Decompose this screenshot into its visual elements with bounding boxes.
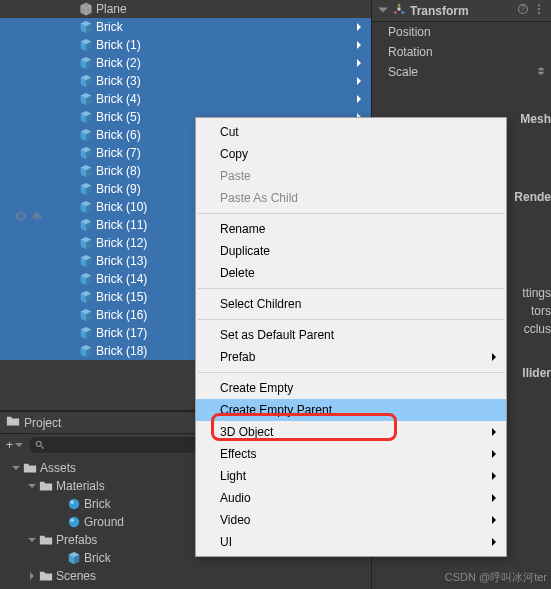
menu-separator [198,288,504,289]
transform-header[interactable]: Transform ? [372,0,551,22]
hierarchy-item[interactable]: Plane [0,0,371,18]
prefab-icon [78,145,94,161]
item-label: Ground [84,515,124,529]
item-label: Brick (8) [96,164,141,178]
component-stub: llider [522,362,551,384]
item-label: Brick (15) [96,290,147,304]
menu-item[interactable]: Select Children [196,293,506,315]
menu-item[interactable]: Video [196,509,506,531]
item-label: Brick (17) [96,326,147,340]
chevron-right-icon [490,469,498,483]
prefab-icon [78,163,94,179]
chevron-right-icon [490,425,498,439]
chevron-right-icon [490,447,498,461]
item-label: Brick (18) [96,344,147,358]
menu-item[interactable]: Create Empty Parent [196,399,506,421]
hierarchy-item[interactable]: Brick [0,18,371,36]
folder-icon [22,461,38,475]
menu-label: Set as Default Parent [220,328,334,342]
chevron-right-icon[interactable] [353,39,365,51]
menu-item: Paste As Child [196,187,506,209]
menu-label: Paste As Child [220,191,298,205]
item-label: Scenes [56,569,96,583]
chevron-right-icon[interactable] [353,93,365,105]
menu-separator [198,319,504,320]
material-icon [66,497,82,511]
svg-point-5 [397,7,401,11]
menu-item[interactable]: Create Empty [196,377,506,399]
chevron-right-icon[interactable] [353,75,365,87]
prefab-icon [78,271,94,287]
project-item[interactable]: Scenes [0,567,371,585]
item-label: Brick (5) [96,110,141,124]
project-tab[interactable]: Project [6,414,61,431]
chevron-right-icon[interactable] [353,21,365,33]
add-button[interactable]: + [6,438,23,452]
help-icon[interactable]: ? [517,3,529,18]
menu-label: Light [220,469,246,483]
menu-item[interactable]: Duplicate [196,240,506,262]
menu-item[interactable]: UI [196,531,506,553]
menu-item[interactable]: Light [196,465,506,487]
foldout-icon [26,572,38,580]
item-label: Brick (2) [96,56,141,70]
menu-item[interactable]: Rename [196,218,506,240]
menu-label: Select Children [220,297,301,311]
menu-icon[interactable] [533,3,545,18]
svg-point-4 [71,519,75,523]
prefab-icon [78,289,94,305]
hierarchy-item[interactable]: Brick (4) [0,90,371,108]
menu-item[interactable]: Set as Default Parent [196,324,506,346]
property-row: Position [372,22,551,42]
prefab-icon [78,307,94,323]
menu-label: Video [220,513,250,527]
item-label: Brick (9) [96,182,141,196]
material-icon [66,515,82,529]
prefab-icon [78,235,94,251]
menu-label: Cut [220,125,239,139]
prefab-icon [78,253,94,269]
item-label: Brick (1) [96,38,141,52]
hierarchy-item[interactable]: Brick (1) [0,36,371,54]
menu-item[interactable]: Prefab [196,346,506,368]
menu-separator [198,372,504,373]
folder-icon [38,479,54,493]
item-label: Prefabs [56,533,97,547]
hierarchy-item[interactable]: Brick (2) [0,54,371,72]
menu-item[interactable]: Audio [196,487,506,509]
hierarchy-item[interactable]: Brick (3) [0,72,371,90]
chevron-right-icon[interactable] [353,57,365,69]
menu-label: Delete [220,266,255,280]
menu-item[interactable]: Cut [196,121,506,143]
folder-icon [6,414,20,431]
svg-point-2 [71,501,75,505]
menu-label: Paste [220,169,251,183]
prop-label: Rotation [388,45,551,59]
chevron-right-icon [490,535,498,549]
foldout-icon [26,482,38,490]
folder-icon [38,533,54,547]
chevron-right-icon [490,491,498,505]
item-label: Brick (14) [96,272,147,286]
prefab-icon [78,91,94,107]
item-label: Brick [84,497,111,511]
item-label: Brick [84,551,111,565]
menu-item[interactable]: Delete [196,262,506,284]
menu-item[interactable]: 3D Object [196,421,506,443]
menu-item[interactable]: Effects [196,443,506,465]
item-label: Brick (7) [96,146,141,160]
link-icon[interactable] [535,65,547,80]
component-stub: Rende [514,186,551,208]
menu-label: Create Empty Parent [220,403,332,417]
visibility-icons[interactable] [14,209,44,223]
prefab-icon [78,199,94,215]
item-label: Brick (3) [96,74,141,88]
transform-props: PositionRotationScale [372,22,551,82]
menu-label: Rename [220,222,265,236]
foldout-icon [10,464,22,472]
menu-item[interactable]: Copy [196,143,506,165]
component-stub: Mesh [520,108,551,130]
watermark: CSDN @呼叫冰河ter [445,570,547,585]
prefab-icon [78,181,94,197]
item-label: Brick (11) [96,218,147,232]
